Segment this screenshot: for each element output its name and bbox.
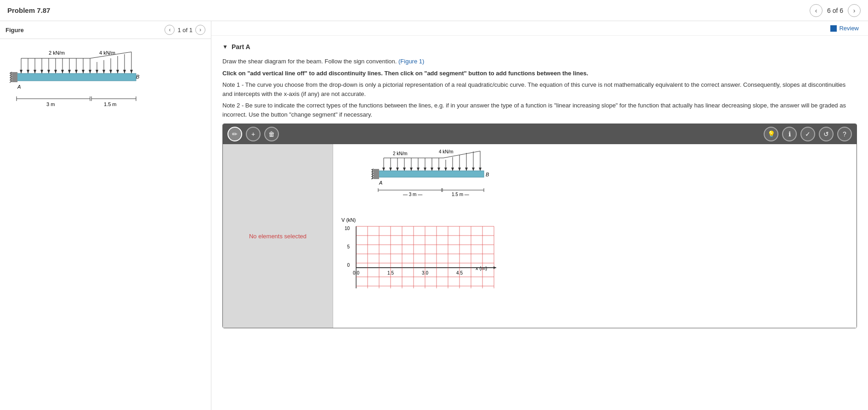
figure-title: Figure xyxy=(6,27,24,34)
svg-line-83 xyxy=(371,169,374,170)
svg-rect-81 xyxy=(374,169,379,179)
left-panel: Figure ‹ 1 of 1 › 2 kN/m 4 kN/m xyxy=(0,21,211,410)
svg-marker-20 xyxy=(27,70,29,73)
review-bar: ▮▮ Review xyxy=(211,21,868,36)
bulb-button[interactable]: 💡 xyxy=(764,127,778,141)
right-panel: ▮▮ Review ▼ Part A Draw the shear diagra… xyxy=(211,21,868,410)
tool-load1: 2 kN/m xyxy=(393,151,408,156)
figure-content: 2 kN/m 4 kN/m xyxy=(0,39,211,410)
figure-link[interactable]: (Figure 1) xyxy=(398,58,424,65)
svg-text:B: B xyxy=(486,172,489,177)
svg-marker-33 xyxy=(116,70,119,73)
svg-marker-21 xyxy=(34,70,36,73)
svg-text:10: 10 xyxy=(345,226,350,231)
svg-marker-19 xyxy=(20,70,23,73)
svg-marker-26 xyxy=(68,70,71,73)
tool-toolbar-right: 💡 ℹ ✓ ↺ ? xyxy=(764,127,852,141)
bulb-icon: 💡 xyxy=(767,130,775,138)
svg-marker-67 xyxy=(437,168,440,171)
info-button[interactable]: ℹ xyxy=(782,127,797,141)
figure-header: Figure ‹ 1 of 1 › xyxy=(0,21,211,39)
tool-load2: 4 kN/m xyxy=(439,149,454,154)
problem-title: Problem 7.87 xyxy=(7,6,50,14)
add-button[interactable]: + xyxy=(246,127,261,141)
svg-marker-69 xyxy=(444,168,447,171)
svg-text:— 3 m —: — 3 m — xyxy=(403,192,422,197)
note2: Note 2 - Be sure to indicate the correct… xyxy=(222,101,857,119)
graph-panel: 2 kN/m 4 kN/m xyxy=(333,144,857,328)
svg-marker-61 xyxy=(417,168,420,171)
distributed-load-arrows xyxy=(20,52,133,73)
undo-button[interactable]: ↺ xyxy=(819,127,834,141)
left-support xyxy=(12,72,17,82)
figure-next-button[interactable]: › xyxy=(195,25,205,35)
figure-prev-button[interactable]: ‹ xyxy=(165,25,175,35)
svg-marker-71 xyxy=(451,168,454,171)
instructions: Draw the shear diagram for the beam. Fol… xyxy=(222,57,857,119)
no-elements-panel: No elements selected xyxy=(223,144,333,328)
svg-marker-32 xyxy=(109,70,112,73)
svg-rect-80 xyxy=(378,171,484,177)
top-bar-right: ‹ 6 of 6 › xyxy=(810,4,861,17)
svg-text:0: 0 xyxy=(347,263,350,268)
no-elements-text: No elements selected xyxy=(249,233,306,240)
svg-marker-30 xyxy=(96,70,98,73)
svg-marker-29 xyxy=(89,70,91,73)
svg-marker-63 xyxy=(424,168,426,171)
review-label: Review xyxy=(839,25,859,32)
svg-marker-59 xyxy=(410,168,413,171)
part-a-label: Part A xyxy=(232,43,250,51)
top-bar: Problem 7.87 ‹ 6 of 6 › xyxy=(0,0,868,21)
pencil-button[interactable]: ✏ xyxy=(227,127,242,141)
chart-svg: V (kN) 10 5 0 0.0 1.5 3.0 4.5 xyxy=(338,213,508,304)
trash-icon: 🗑 xyxy=(268,130,275,138)
svg-marker-73 xyxy=(458,168,461,171)
svg-text:A: A xyxy=(379,180,382,185)
tool-area: ✏ + 🗑 💡 ℹ xyxy=(222,124,857,328)
tool-toolbar-left: ✏ + 🗑 xyxy=(227,127,279,141)
collapse-arrow[interactable]: ▼ xyxy=(222,44,228,50)
svg-marker-75 xyxy=(465,168,468,171)
tool-beam-svg: 2 kN/m 4 kN/m xyxy=(338,149,522,208)
point-b-label: B xyxy=(136,74,139,79)
figure-beam-svg: 2 kN/m 4 kN/m xyxy=(7,48,164,122)
svg-marker-79 xyxy=(479,168,482,171)
check-icon: ✓ xyxy=(805,130,811,138)
svg-marker-55 xyxy=(396,168,399,171)
review-icon: ▮▮ xyxy=(830,25,837,32)
svg-marker-31 xyxy=(102,70,105,73)
load1-label: 2 kN/m xyxy=(49,50,65,56)
undo-icon: ↺ xyxy=(823,130,829,138)
note1: Note 1 - The curve you choose from the d… xyxy=(222,80,857,98)
svg-marker-23 xyxy=(47,70,50,73)
svg-marker-24 xyxy=(54,70,57,73)
svg-marker-35 xyxy=(130,70,133,73)
svg-marker-34 xyxy=(123,70,126,73)
svg-text:1.5 m —: 1.5 m — xyxy=(452,192,469,197)
figure-nav: ‹ 1 of 1 › xyxy=(165,25,205,35)
svg-marker-51 xyxy=(382,168,385,171)
svg-marker-140 xyxy=(494,266,496,269)
part-section: ▼ Part A Draw the shear diagram for the … xyxy=(211,36,868,340)
pencil-icon: ✏ xyxy=(232,130,238,138)
tool-toolbar: ✏ + 🗑 💡 ℹ xyxy=(223,124,857,144)
svg-marker-25 xyxy=(61,70,64,73)
instruction-line1: Draw the shear diagram for the beam. Fol… xyxy=(222,58,397,65)
main-layout: Figure ‹ 1 of 1 › 2 kN/m 4 kN/m xyxy=(0,21,868,410)
part-a-header: ▼ Part A xyxy=(222,43,857,51)
dim2-label: 1.5 m xyxy=(104,101,117,107)
review-link[interactable]: ▮▮ Review xyxy=(830,25,859,32)
check-button[interactable]: ✓ xyxy=(800,127,815,141)
beam-body xyxy=(17,73,136,81)
chart-y-label: V (kN) xyxy=(341,217,356,223)
info-icon: ℹ xyxy=(789,130,791,138)
chart-x-label: x (m) xyxy=(476,265,487,271)
grid-chart: V (kN) 10 5 0 0.0 1.5 3.0 4.5 xyxy=(338,213,852,304)
help-button[interactable]: ? xyxy=(837,127,852,141)
diagram-area: No elements selected 2 kN/m 4 kN/m xyxy=(223,144,857,328)
trash-button[interactable]: 🗑 xyxy=(264,127,279,141)
point-a-label: A xyxy=(17,84,21,90)
next-problem-button[interactable]: › xyxy=(848,4,861,17)
prev-problem-button[interactable]: ‹ xyxy=(810,4,823,17)
help-icon: ? xyxy=(843,130,846,138)
